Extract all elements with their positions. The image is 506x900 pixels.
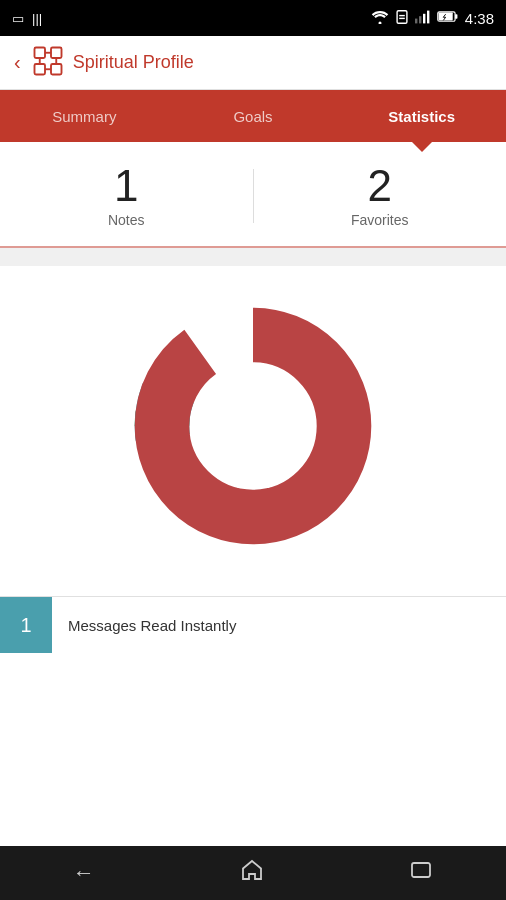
status-icons-right: 4:38 (371, 10, 494, 27)
svg-rect-11 (34, 47, 45, 58)
stat-notes: 1 Notes (0, 164, 253, 228)
app-header: ‹ Spiritual Profile (0, 36, 506, 90)
chart-area: 90% (0, 266, 506, 586)
app-icon (33, 46, 63, 80)
favorites-label: Favorites (351, 212, 409, 228)
wifi-icon (371, 10, 389, 27)
stat-favorites: 2 Favorites (254, 164, 507, 228)
list-item-badge: 1 (0, 597, 52, 653)
svg-point-0 (378, 21, 381, 24)
stats-row: 1 Notes 2 Favorites (0, 142, 506, 246)
svg-rect-14 (51, 64, 62, 75)
tab-statistics[interactable]: Statistics (337, 90, 506, 142)
svg-rect-19 (412, 863, 430, 877)
svg-rect-5 (419, 16, 421, 23)
svg-rect-3 (399, 17, 405, 18)
svg-rect-2 (399, 14, 405, 15)
status-bar: ▭ ||| (0, 0, 506, 36)
nav-recent-button[interactable] (409, 858, 433, 888)
nav-back-button[interactable]: ← (73, 860, 95, 886)
svg-rect-10 (438, 13, 452, 21)
donut-chart: 90% (123, 296, 383, 556)
battery-icon (437, 10, 459, 26)
svg-rect-13 (34, 64, 45, 75)
screen-icon: ▭ (12, 11, 24, 26)
svg-rect-4 (415, 18, 417, 23)
favorites-count: 2 (368, 164, 392, 208)
svg-rect-12 (51, 47, 62, 58)
app-title: Spiritual Profile (73, 52, 194, 73)
section-divider (0, 246, 506, 248)
tab-summary[interactable]: Summary (0, 90, 169, 142)
svg-rect-1 (397, 10, 407, 23)
time: 4:38 (465, 10, 494, 27)
bars-icon: ||| (32, 11, 42, 26)
nav-home-button[interactable] (240, 858, 264, 888)
notes-count: 1 (114, 164, 138, 208)
svg-rect-7 (427, 10, 429, 23)
status-icons-left: ▭ ||| (12, 11, 42, 26)
back-button[interactable]: ‹ (14, 51, 21, 74)
list-item-text: Messages Read Instantly (52, 597, 506, 653)
sim-icon (395, 10, 409, 27)
chart-percent-label: 90% (235, 472, 271, 492)
gray-section (0, 248, 506, 266)
tab-goals[interactable]: Goals (169, 90, 338, 142)
svg-rect-9 (455, 14, 457, 19)
svg-rect-6 (423, 13, 425, 23)
tab-bar: Summary Goals Statistics (0, 90, 506, 142)
chart-center-hole (191, 364, 316, 489)
bottom-nav-bar: ← (0, 846, 506, 900)
notes-label: Notes (108, 212, 145, 228)
signal-icon (415, 10, 431, 27)
list-item: 1 Messages Read Instantly (0, 597, 506, 653)
